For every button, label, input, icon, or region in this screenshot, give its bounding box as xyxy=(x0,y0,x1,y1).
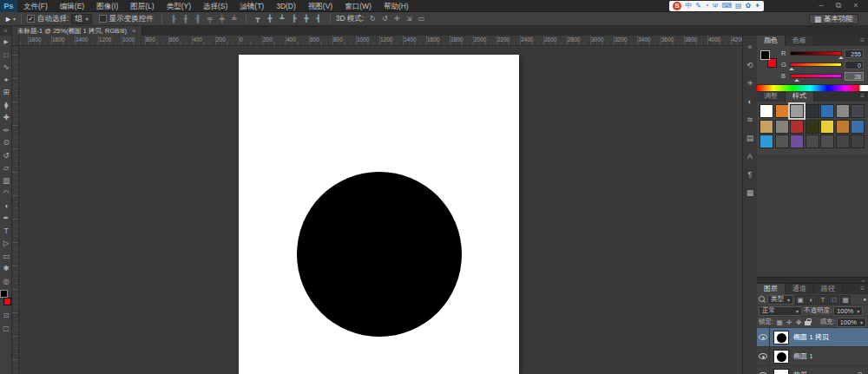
filter-type-layers-icon[interactable]: T xyxy=(818,295,828,305)
panel-icon[interactable]: ◐ xyxy=(743,92,757,110)
tool-button[interactable]: ✦ xyxy=(0,74,12,87)
auto-select-dropdown[interactable]: 组 ▾ xyxy=(71,14,92,24)
panel-icon[interactable]: ▦ xyxy=(743,183,757,201)
layer-row[interactable]: 椭圆 1 拷贝 xyxy=(757,328,868,347)
distribute-top-edges[interactable]: ┳ xyxy=(252,13,264,24)
layer-thumbnail[interactable] xyxy=(773,369,789,374)
lock-image-pixels-icon[interactable]: ✛ xyxy=(785,318,793,327)
ime-skin-icon[interactable]: ✿ xyxy=(746,2,752,10)
align-vertical-centers[interactable]: ╪ xyxy=(216,13,228,24)
tool-button[interactable]: ◎ xyxy=(0,275,12,288)
distribute-left-edges[interactable]: ┣ xyxy=(288,13,300,24)
menu-item[interactable]: 滤镜(T) xyxy=(233,0,270,12)
tool-preset-caret-icon[interactable]: ▾ xyxy=(13,16,16,22)
distribute-right-edges[interactable]: ┫ xyxy=(312,13,325,24)
slider-thumb-icon[interactable] xyxy=(794,76,799,82)
blend-mode-dropdown[interactable]: 正常 ▾ xyxy=(759,306,802,316)
ime-toolbox-icon[interactable]: ▤ xyxy=(735,2,742,10)
tool-button[interactable]: ⊞ xyxy=(0,86,12,99)
panel-icon[interactable]: ¶ xyxy=(743,165,757,183)
fill-dropdown[interactable]: 100% ▾ xyxy=(837,318,866,327)
channel-value-field[interactable]: 0 xyxy=(845,61,864,69)
style-swatch[interactable] xyxy=(806,120,819,134)
menu-item[interactable]: 类型(Y) xyxy=(161,0,197,12)
background-color-swatch[interactable] xyxy=(3,298,11,305)
channel-value-field[interactable]: 28 xyxy=(845,72,864,81)
lock-all-icon[interactable] xyxy=(805,318,812,326)
tool-button[interactable]: ▥ xyxy=(0,174,12,187)
style-swatch[interactable] xyxy=(820,104,834,118)
tool-button[interactable]: ✒ xyxy=(0,212,12,225)
document-canvas[interactable] xyxy=(239,55,519,374)
visibility-toggle[interactable] xyxy=(757,347,770,366)
tab-close-icon[interactable]: × xyxy=(132,27,136,35)
style-swatch[interactable] xyxy=(851,104,865,118)
panel-menu-icon[interactable]: ≡ xyxy=(860,284,868,294)
menu-item[interactable]: 3D(D) xyxy=(270,0,302,12)
layer-row[interactable]: 背景 xyxy=(757,366,868,374)
panel-icon[interactable]: ▤ xyxy=(743,128,757,147)
workspace-switcher[interactable]: ▦ 基本功能 xyxy=(809,14,858,24)
close-button[interactable]: × xyxy=(847,0,865,11)
panel-tab[interactable]: 样式 xyxy=(786,91,814,102)
foreground-color-swatch[interactable] xyxy=(0,290,8,298)
panel-icon[interactable]: ≋ xyxy=(743,110,757,128)
quick-mask-button[interactable]: ⊡ xyxy=(0,310,12,320)
tool-button[interactable]: T xyxy=(0,225,12,238)
filter-smart-objects-icon[interactable]: ▦ xyxy=(840,295,851,305)
distribute-horizontal-centers[interactable]: ╋ xyxy=(300,13,312,24)
ellipse-shape[interactable] xyxy=(297,172,462,337)
panel-tab[interactable]: 图层 xyxy=(757,284,786,294)
panel-menu-icon[interactable]: ≡ xyxy=(860,91,868,102)
tool-button[interactable]: ∿ xyxy=(0,61,12,74)
layer-thumbnail[interactable] xyxy=(773,331,789,344)
menu-item[interactable]: 图层(L) xyxy=(124,0,160,12)
panel-icon[interactable]: ⟲ xyxy=(743,56,757,74)
layer-thumbnail[interactable] xyxy=(773,350,789,364)
layer-row[interactable]: 椭圆 1 xyxy=(757,347,868,366)
style-swatch[interactable] xyxy=(790,104,804,118)
panel-icon[interactable]: ☀ xyxy=(743,74,757,92)
style-swatch[interactable] xyxy=(806,104,819,118)
panel-icon[interactable]: « xyxy=(743,37,757,56)
style-swatch[interactable] xyxy=(775,135,789,148)
lock-position-icon[interactable]: ✥ xyxy=(794,318,803,327)
style-swatch[interactable] xyxy=(775,104,789,118)
align-left-edges[interactable]: ╟ xyxy=(168,13,180,24)
filter-type-dropdown[interactable]: 类型 ▾ xyxy=(767,295,793,305)
tool-button[interactable]: □ xyxy=(0,49,12,62)
tool-button[interactable]: ▭ xyxy=(0,250,12,263)
filter-toggle-icon[interactable]: ● xyxy=(863,297,866,302)
distribute-bottom-edges[interactable]: ┻ xyxy=(276,13,288,24)
style-swatch[interactable] xyxy=(836,120,850,134)
align-right-edges[interactable]: ╢ xyxy=(192,13,204,24)
tool-button[interactable]: ► xyxy=(0,36,12,49)
style-swatch[interactable] xyxy=(806,135,819,148)
menu-item[interactable]: 图像(I) xyxy=(90,0,124,12)
restore-button[interactable]: ⧉ xyxy=(830,0,847,11)
panel-tab[interactable]: 通道 xyxy=(786,284,814,294)
tools-panel-collapse-icon[interactable]: » xyxy=(0,26,11,36)
tool-button[interactable]: ⊙ xyxy=(0,136,12,149)
3d-drag[interactable]: ✛ xyxy=(391,13,403,24)
style-swatch[interactable] xyxy=(790,120,804,134)
style-swatch[interactable] xyxy=(790,135,804,148)
menu-item[interactable]: 视图(V) xyxy=(302,0,339,12)
filter-pixel-layers-icon[interactable]: ▣ xyxy=(795,295,806,305)
style-swatch[interactable] xyxy=(760,120,773,134)
color-spectrum-bar[interactable] xyxy=(757,84,868,91)
tool-button[interactable]: ◖ xyxy=(0,200,12,213)
tool-button[interactable]: ▷ xyxy=(0,237,12,250)
document-tab[interactable]: 未标题-1 @ 25%(椭圆 1 拷贝, RGB/8) × xyxy=(12,26,142,36)
panel-group-header[interactable]: » xyxy=(757,277,868,284)
align-bottom-edges[interactable]: ╧ xyxy=(228,13,240,24)
menu-item[interactable]: 窗口(W) xyxy=(339,0,378,12)
channel-slider[interactable] xyxy=(790,62,842,67)
show-transform-checkbox[interactable] xyxy=(99,15,107,23)
ime-emoji-icon[interactable]: ◔ xyxy=(705,2,709,10)
3d-rotate[interactable]: ↻ xyxy=(366,13,378,24)
style-swatch[interactable] xyxy=(836,135,850,148)
menu-item[interactable]: 文件(F) xyxy=(17,0,54,12)
channel-slider[interactable] xyxy=(790,74,842,78)
tool-button[interactable]: ✱ xyxy=(0,262,12,275)
